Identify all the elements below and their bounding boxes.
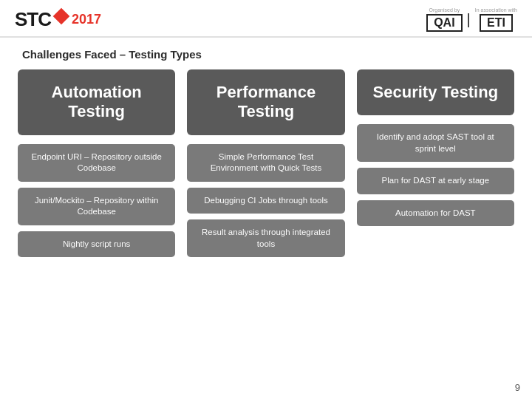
automation-header: Automation Testing xyxy=(18,69,175,135)
header: STC 2017 Organised by QAI | In associati… xyxy=(0,0,532,36)
logo-year: 2017 xyxy=(72,12,101,27)
partner-logos: Organised by QAI | In association with E… xyxy=(426,7,517,32)
logo-text: STC xyxy=(15,8,51,31)
stc-logo: STC 2017 xyxy=(15,8,101,31)
organized-label: Organised by xyxy=(429,7,460,13)
logo-diamond-icon xyxy=(53,7,70,24)
performance-card-2: Debugging CI Jobs through tools xyxy=(187,188,344,214)
in-association-label: In association with xyxy=(475,7,517,13)
security-card-1: Identify and adopt SAST tool at sprint l… xyxy=(357,124,514,162)
performance-card-3: Result analysis through integrated tools xyxy=(187,219,344,257)
qai-logo: QAI xyxy=(426,14,462,32)
security-card-2: Plan for DAST at early stage xyxy=(357,168,514,194)
page-number: 9 xyxy=(515,382,520,393)
in-association-section: In association with ETI xyxy=(475,7,517,32)
automation-card-2: Junit/Mockito – Repository within Codeba… xyxy=(18,188,175,225)
performance-card-1: Simple Performance Test Environment with… xyxy=(187,144,344,182)
pipe-separator: | xyxy=(467,11,471,28)
page-title: Challenges Faced – Testing Types xyxy=(0,42,532,69)
columns-container: Automation Testing Endpoint URI – Reposi… xyxy=(0,69,532,257)
security-column: Security Testing Identify and adopt SAST… xyxy=(357,69,514,257)
eti-logo: ETI xyxy=(480,14,513,32)
automation-card-3: Nightly script runs xyxy=(18,231,175,258)
performance-column: Performance Testing Simple Performance T… xyxy=(187,69,344,257)
automation-column: Automation Testing Endpoint URI – Reposi… xyxy=(18,69,175,257)
performance-header: Performance Testing xyxy=(187,69,344,135)
security-card-3: Automation for DAST xyxy=(357,200,514,227)
organized-by-section: Organised by QAI xyxy=(426,7,462,32)
automation-card-1: Endpoint URI – Repository outside Codeba… xyxy=(18,144,175,182)
header-divider xyxy=(0,36,532,38)
security-header: Security Testing xyxy=(357,69,514,115)
